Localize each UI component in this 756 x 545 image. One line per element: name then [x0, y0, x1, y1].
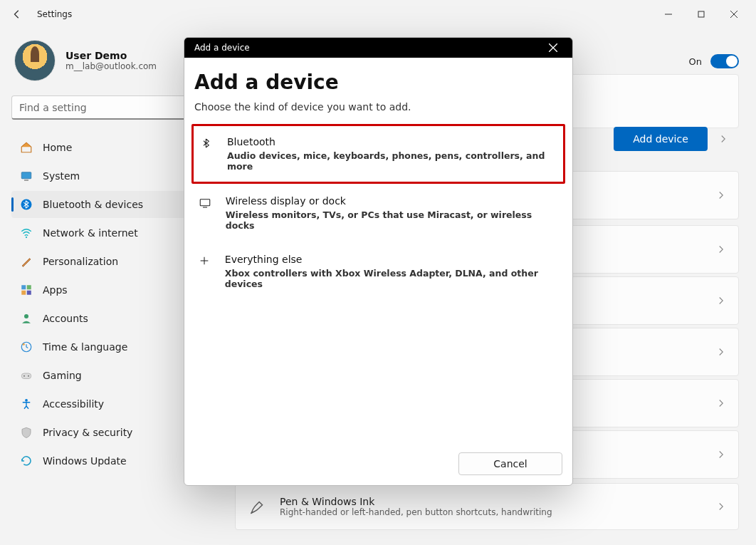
- sidebar-item-label: Apps: [43, 284, 68, 296]
- svg-rect-10: [21, 291, 26, 295]
- modal-heading: Add a device: [194, 71, 562, 94]
- sidebar-item-label: Personalization: [43, 256, 118, 267]
- svg-rect-4: [21, 172, 31, 179]
- svg-rect-9: [27, 285, 31, 289]
- svg-point-17: [28, 375, 29, 377]
- svg-rect-11: [27, 291, 31, 295]
- svg-rect-21: [200, 199, 210, 206]
- option-subtitle: Audio devices, mice, keyboards, phones, …: [227, 150, 557, 172]
- chevron-right-icon: [717, 397, 725, 410]
- brush-icon: [20, 255, 33, 268]
- titlebar: Settings: [0, 0, 756, 28]
- bluetooth-toggle-label: On: [689, 56, 702, 67]
- modal-option-wireless-display[interactable]: Wireless display or dock Wireless monito…: [194, 184, 562, 242]
- window-controls: [652, 3, 750, 26]
- chevron-right-icon: [717, 500, 725, 514]
- modal-title: Add a device: [194, 43, 250, 53]
- svg-rect-1: [698, 11, 704, 17]
- svg-point-14: [23, 343, 25, 346]
- back-button[interactable]: [6, 3, 28, 26]
- option-subtitle: Xbox controllers with Xbox Wireless Adap…: [225, 268, 560, 289]
- pen-icon: [248, 497, 267, 516]
- pen-row-subtitle: Right-handed or left-handed, pen button …: [280, 507, 552, 517]
- user-name: User Demo: [65, 50, 157, 61]
- bluetooth-toggle[interactable]: [710, 54, 739, 68]
- sidebar-item-label: System: [43, 170, 80, 182]
- user-email: m__lab@outlook.com: [65, 61, 157, 71]
- sidebar-item-label: Accessibility: [43, 398, 104, 410]
- home-icon: [20, 141, 33, 154]
- option-title: Wireless display or dock: [226, 195, 560, 207]
- sidebar-item-label: Time & language: [43, 341, 127, 353]
- svg-rect-5: [24, 180, 28, 181]
- svg-point-16: [23, 375, 25, 377]
- pen-ink-row[interactable]: Pen & Windows Ink Right-handed or left-h…: [235, 483, 739, 530]
- sidebar-item-label: Gaming: [43, 370, 82, 381]
- modal-subtitle: Choose the kind of device you want to ad…: [194, 101, 562, 113]
- account-icon: [20, 312, 33, 325]
- chevron-right-icon: [717, 243, 725, 256]
- clock-icon: [20, 341, 33, 353]
- cancel-button[interactable]: Cancel: [458, 452, 562, 475]
- maximize-button[interactable]: [685, 3, 718, 26]
- sidebar-item-label: Accounts: [43, 313, 88, 324]
- chevron-right-icon: [717, 294, 725, 308]
- avatar: [14, 40, 56, 81]
- window-title: Settings: [37, 9, 72, 19]
- close-button[interactable]: [718, 3, 750, 26]
- svg-rect-15: [21, 373, 31, 379]
- svg-point-12: [24, 314, 28, 318]
- pen-row-title: Pen & Windows Ink: [280, 496, 552, 507]
- bluetooth-icon: [20, 198, 33, 211]
- minimize-button[interactable]: [652, 3, 685, 26]
- add-device-modal: Add a device Add a device Choose the kin…: [184, 37, 573, 486]
- option-title: Everything else: [225, 254, 560, 265]
- modal-option-everything-else[interactable]: Everything else Xbox controllers with Xb…: [194, 242, 562, 301]
- modal-option-bluetooth[interactable]: Bluetooth Audio devices, mice, keyboards…: [191, 124, 565, 184]
- add-device-button[interactable]: Add device: [614, 127, 708, 151]
- modal-titlebar: Add a device: [184, 38, 572, 58]
- update-icon: [20, 455, 33, 467]
- accessibility-icon: [20, 398, 33, 410]
- bluetooth-toggle-row: On: [689, 54, 739, 68]
- option-subtitle: Wireless monitors, TVs, or PCs that use …: [226, 209, 560, 231]
- chevron-right-icon: [717, 346, 725, 359]
- option-title: Bluetooth: [227, 136, 557, 147]
- svg-point-7: [26, 237, 27, 238]
- system-icon: [20, 170, 33, 182]
- sidebar-item-label: Network & internet: [43, 227, 138, 239]
- plus-icon: [197, 254, 212, 289]
- gaming-icon: [20, 369, 33, 382]
- search-input[interactable]: [11, 95, 211, 120]
- display-icon: [197, 195, 213, 231]
- bluetooth-icon: [199, 136, 214, 172]
- wifi-icon: [20, 227, 33, 239]
- apps-icon: [20, 284, 33, 296]
- svg-rect-8: [21, 285, 26, 289]
- modal-close-button[interactable]: [544, 38, 562, 57]
- chevron-right-icon: [717, 189, 725, 202]
- sidebar-item-label: Home: [43, 142, 72, 153]
- sidebar-item-label: Privacy & security: [43, 427, 132, 438]
- shield-icon: [20, 426, 33, 439]
- chevron-right-icon: [717, 448, 725, 462]
- svg-point-18: [25, 399, 28, 402]
- chevron-right-icon: [719, 133, 728, 146]
- sidebar-item-label: Windows Update: [43, 455, 127, 467]
- sidebar-item-label: Bluetooth & devices: [43, 199, 143, 210]
